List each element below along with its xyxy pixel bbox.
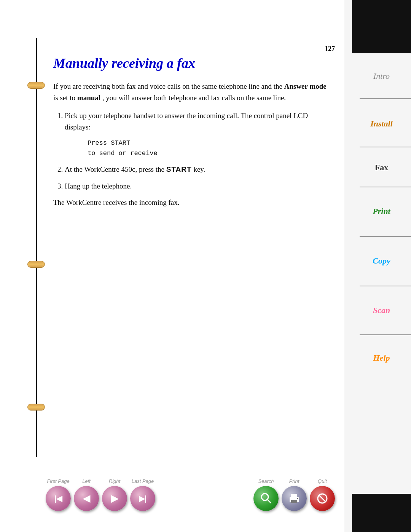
answer-mode-bold: Answer mode [284,82,327,90]
tab-divider-1 [360,98,411,99]
intro-paragraph: If you are receiving both fax and voice … [53,81,327,103]
last-page-label: Last Page [132,478,154,484]
svg-point-5 [297,498,298,499]
left-nav: Left ◀ [74,478,99,511]
main-content: Manually receiving a fax If you are rece… [46,55,335,208]
code-line-1: Press START [88,138,327,148]
right-button[interactable]: ▶ [102,486,127,511]
sidebar-item-install[interactable]: Install [352,107,411,141]
intro-text-middle: is set to [53,94,77,102]
search-icon [259,492,273,505]
page-number: 127 [325,45,335,53]
svg-rect-3 [291,500,297,503]
last-page-icon: ▶| [139,494,147,503]
binder-ring-2 [27,261,45,268]
lcd-display: Press START to send or receive [88,138,327,158]
search-button[interactable] [253,486,279,511]
quit-icon [315,492,329,505]
tab-divider-3 [360,187,411,187]
binder-ring-3 [27,404,45,411]
sidebar-item-scan[interactable]: Scan [352,293,411,328]
intro-label: Intro [373,71,390,81]
svg-line-7 [319,495,325,502]
sidebar-item-print[interactable]: Print [352,194,411,228]
svg-rect-4 [291,494,297,498]
quit-button[interactable] [310,486,335,511]
left-arrow-icon: ◀ [83,493,90,504]
step-1-text: Pick up your telephone handset to answer… [65,112,308,131]
fax-label: Fax [375,163,388,173]
nav-bar: First Page |◀ Left ◀ Right ▶ Last Page ▶… [46,478,335,511]
scan-label: Scan [373,305,390,315]
print-label: Print [373,206,390,216]
step-1: Pick up your telephone handset to answer… [65,110,327,158]
sidebar-top-block [352,0,411,53]
last-page-nav: Last Page ▶| [130,478,155,511]
tab-divider-5 [360,286,411,286]
sidebar-item-fax[interactable]: Fax [352,154,411,181]
last-page-button[interactable]: ▶| [130,486,155,511]
tab-divider-4 [360,236,411,237]
sidebar: Intro Install Fax Print Copy Scan Help [344,0,411,532]
search-nav: Search [253,478,279,511]
step-3-text: Hang up the telephone. [65,182,132,190]
binder-ring-1 [27,82,45,89]
intro-text-end: , you will answer both telephone and fax… [102,94,286,102]
closing-text: The WorkCentre receives the incoming fax… [53,198,180,206]
left-button[interactable]: ◀ [74,486,99,511]
tab-divider-2 [360,147,411,147]
tab-divider-6 [360,334,411,335]
print-nav-label: Print [289,478,299,484]
sidebar-item-intro[interactable]: Intro [352,59,411,93]
print-icon [287,492,301,505]
first-page-nav: First Page |◀ [46,478,71,511]
step-2: At the WorkCentre 450c, press the START … [65,164,327,175]
print-button[interactable] [282,486,307,511]
page-title: Manually receiving a fax [53,55,327,72]
sidebar-bottom-block [352,494,411,532]
help-label: Help [373,353,390,363]
left-label: Left [82,478,91,484]
closing-paragraph: The WorkCentre receives the incoming fax… [53,197,327,208]
sidebar-item-copy[interactable]: Copy [352,244,411,278]
print-nav: Print [282,478,307,511]
copy-label: Copy [373,256,390,266]
quit-nav: Quit [310,478,335,511]
svg-line-1 [268,500,271,503]
intro-text-start: If you are receiving both fax and voice … [53,82,282,90]
search-label: Search [258,478,274,484]
right-arrow-icon: ▶ [111,493,118,504]
binder-line [36,38,37,457]
quit-label: Quit [318,478,327,484]
steps-list: Pick up your telephone handset to answer… [65,110,327,192]
sidebar-item-help[interactable]: Help [352,341,411,375]
first-page-icon: |◀ [54,494,62,503]
manual-bold: manual [77,94,100,102]
right-nav: Right ▶ [102,478,127,511]
step-3: Hang up the telephone. [65,181,327,192]
code-line-2: to send or receive [88,148,327,158]
first-page-button[interactable]: |◀ [46,486,71,511]
first-page-label: First Page [47,478,69,484]
right-label: Right [109,478,120,484]
install-label: Install [370,119,393,129]
